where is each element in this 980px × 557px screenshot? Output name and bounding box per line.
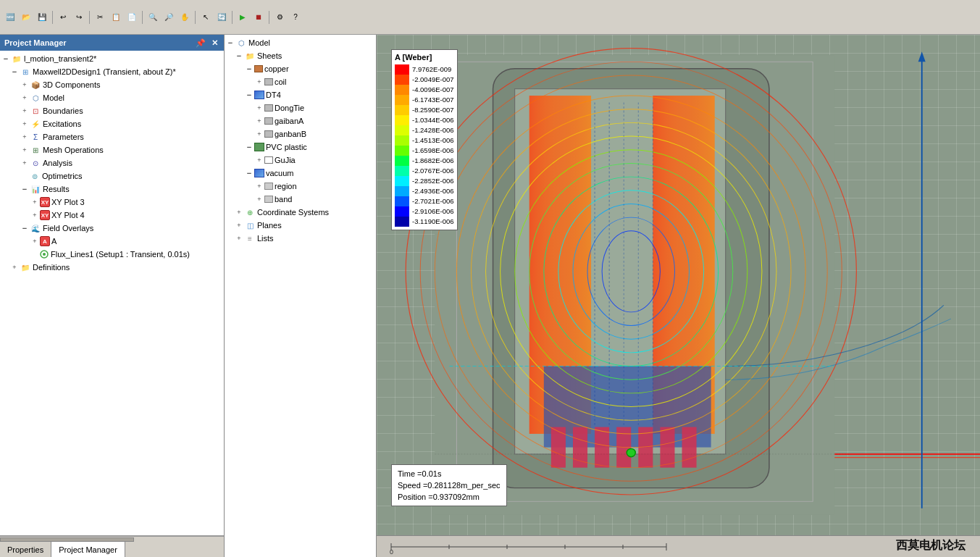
svg-point-35 [627, 448, 635, 456]
lists-item[interactable]: + ≡ Lists [225, 232, 376, 245]
project-tree[interactable]: − 📁 l_motion_transient2* − ⊞ Maxwell2DDe… [0, 51, 224, 535]
gaibanb-expand[interactable]: + [255, 130, 264, 138]
mesh-expand-icon[interactable]: + [20, 146, 29, 154]
viewport[interactable]: A [Weber] 7.9762E-009-2.0049E-007-4.0096… [377, 35, 980, 535]
sidebar-item-definitions[interactable]: + 📁 Definitions [0, 261, 224, 274]
legend-bar: 7.9762E-009-2.0049E-007-4.0096E-007-6.17… [395, 64, 454, 227]
region-item[interactable]: + region [225, 180, 376, 193]
dt4-expand[interactable]: − [245, 91, 254, 99]
close-panel-button[interactable]: ✕ [210, 38, 219, 48]
region-expand[interactable]: + [255, 182, 264, 190]
new-button[interactable]: 🆕 [3, 10, 17, 25]
optimetrics-icon: ⊚ [29, 170, 41, 182]
dongtie-item[interactable]: + DongTie [225, 101, 376, 114]
gaibana-item[interactable]: + gaibanA [225, 114, 376, 127]
sidebar-item-parameters[interactable]: + Σ Parameters [0, 130, 224, 143]
dt4-item[interactable]: − DT4 [225, 88, 376, 101]
xy3-expand-icon[interactable]: + [30, 198, 39, 206]
tab-properties[interactable]: Properties [0, 542, 51, 557]
results-expand-icon[interactable]: − [20, 185, 29, 193]
cut-button[interactable]: ✂ [93, 10, 107, 25]
band-expand[interactable]: + [255, 195, 264, 204]
sidebar-item-excitations[interactable]: + ⚡ Excitations [0, 117, 224, 130]
sidebar-item-analysis[interactable]: + ⊙ Analysis [0, 156, 224, 169]
pan-button[interactable]: ✋ [177, 10, 192, 25]
def-icon: 📁 [20, 261, 31, 273]
pvc-expand[interactable]: − [245, 143, 254, 151]
copper-expand[interactable]: − [245, 64, 254, 73]
settings-button[interactable]: ⚙ [272, 10, 287, 25]
pvc-item[interactable]: − PVC plastic [225, 141, 376, 154]
coord-label: Coordinate Systems [257, 208, 329, 217]
dongtie-expand[interactable]: + [255, 104, 264, 112]
select-button[interactable]: ↖ [198, 10, 213, 25]
model-icon: ⬡ [30, 92, 41, 104]
model-root-label: Model [248, 38, 270, 47]
coil-expand[interactable]: + [255, 78, 264, 86]
sidebar-item-results[interactable]: − 📊 Results [0, 183, 224, 196]
pin-button[interactable]: 📌 [194, 38, 207, 48]
project-root[interactable]: − 📁 l_motion_transient2* [0, 52, 224, 65]
vacuum-expand[interactable]: − [245, 169, 254, 177]
open-button[interactable]: 📂 [19, 10, 33, 25]
coord-expand[interactable]: + [235, 208, 243, 217]
model-tree[interactable]: − ⬡ Model − 📁 Sheets − copper + coil [225, 35, 376, 557]
project-expand-icon[interactable]: − [1, 54, 10, 63]
help-button[interactable]: ? [288, 10, 303, 25]
copper-item[interactable]: − copper [225, 62, 376, 75]
planes-expand[interactable]: + [235, 221, 243, 230]
model-root-expand[interactable]: − [226, 38, 235, 47]
watermark: 西莫电机论坛 [896, 538, 966, 553]
coord-sys-item[interactable]: + ⊕ Coordinate Systems [225, 206, 376, 219]
sidebar-item-mesh-operations[interactable]: + ⊞ Mesh Operations [0, 143, 224, 156]
gujia-item[interactable]: + GuJia [225, 154, 376, 167]
sidebar-item-a-field[interactable]: + A A [0, 235, 224, 248]
zoom-out-button[interactable]: 🔎 [162, 10, 176, 25]
model-root-item[interactable]: − ⬡ Model [225, 36, 376, 49]
run-button[interactable]: ▶ [235, 10, 250, 25]
band-item[interactable]: + band [225, 193, 376, 206]
paste-button[interactable]: 📄 [125, 10, 139, 25]
tab-project-manager[interactable]: Project Manager [51, 542, 125, 557]
sheets-item[interactable]: − 📁 Sheets [225, 49, 376, 62]
sidebar-item-model[interactable]: + ⬡ Model [0, 91, 224, 104]
stop-button[interactable]: ⏹ [251, 10, 266, 25]
3dcomp-expand-icon[interactable]: + [20, 80, 29, 89]
planes-label: Planes [257, 221, 282, 230]
sidebar-item-flux-lines[interactable]: Flux_Lines1 (Setup1 : Transient, 0.01s) [0, 248, 224, 261]
sidebar-item-optimetrics[interactable]: ⊚ Optimetrics [0, 169, 224, 183]
gaibana-expand[interactable]: + [255, 117, 264, 125]
design-icon: ⊞ [20, 66, 31, 78]
redo-button[interactable]: ↪ [72, 10, 86, 25]
left-panel-scrollbar[interactable] [0, 535, 224, 541]
rotate-button[interactable]: 🔄 [214, 10, 229, 25]
coil-item[interactable]: + coil [225, 75, 376, 88]
parameters-expand-icon[interactable]: + [20, 133, 29, 141]
excitations-expand-icon[interactable]: + [20, 120, 29, 128]
optimetrics-expand-icon[interactable] [20, 172, 29, 180]
zoom-in-button[interactable]: 🔍 [146, 10, 160, 25]
design-expand-icon[interactable]: − [10, 67, 19, 76]
sidebar-item-3dcomponents[interactable]: + 📦 3D Components [0, 78, 224, 91]
analysis-expand-icon[interactable]: + [20, 159, 29, 167]
sidebar-item-xy-plot-4[interactable]: + XY XY Plot 4 [0, 209, 224, 222]
undo-button[interactable]: ↩ [56, 10, 70, 25]
sidebar-item-boundaries[interactable]: + ⊡ Boundaries [0, 104, 224, 117]
def-expand-icon[interactable]: + [10, 263, 19, 272]
model-expand-icon[interactable]: + [20, 93, 29, 102]
field-expand-icon[interactable]: − [20, 224, 29, 233]
xy4-expand-icon[interactable]: + [30, 211, 39, 219]
design-root[interactable]: − ⊞ Maxwell2DDesign1 (Transient, about Z… [0, 65, 224, 78]
gaibanb-item[interactable]: + ganbanB [225, 127, 376, 141]
a-expand-icon[interactable]: + [30, 237, 39, 246]
sidebar-item-xy-plot-3[interactable]: + XY XY Plot 3 [0, 196, 224, 209]
sheets-expand[interactable]: − [235, 51, 243, 60]
vacuum-item[interactable]: − vacuum [225, 167, 376, 180]
planes-item[interactable]: + ◫ Planes [225, 219, 376, 232]
gujia-expand[interactable]: + [255, 156, 264, 164]
save-button[interactable]: 💾 [35, 10, 49, 25]
lists-expand[interactable]: + [235, 234, 243, 243]
sidebar-item-field-overlays[interactable]: − 🌊 Field Overlays [0, 222, 224, 235]
boundaries-expand-icon[interactable]: + [20, 106, 29, 115]
copy-button[interactable]: 📋 [109, 10, 123, 25]
